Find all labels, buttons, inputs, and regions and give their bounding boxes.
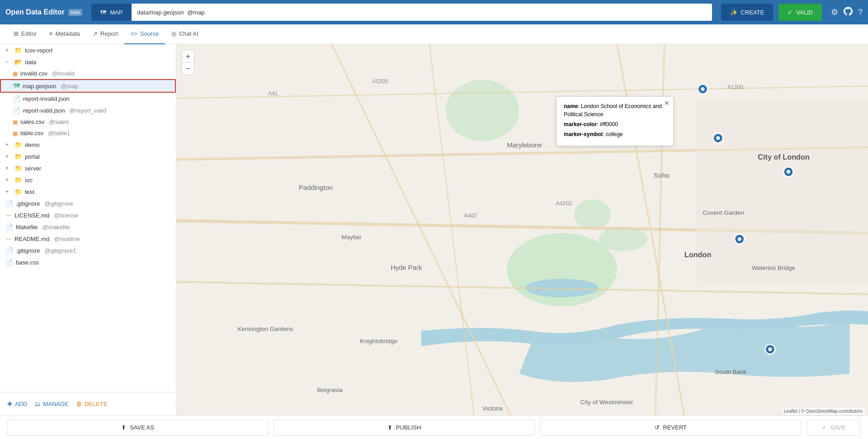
tab-source[interactable]: <> Source xyxy=(124,24,165,44)
add-button[interactable]: ✚ ADD xyxy=(7,401,27,407)
popup-color-row: marker-color: #ff0000 xyxy=(564,120,666,128)
sidebar-item-test[interactable]: + 📁 test xyxy=(0,186,176,198)
save-button[interactable]: ✓ SAVE xyxy=(807,420,861,436)
publish-button[interactable]: ⬆ PUBLISH xyxy=(274,420,534,436)
create-label: CREATE xyxy=(741,9,764,16)
tab-editor[interactable]: ⊞ Editor xyxy=(7,24,43,44)
svg-text:Marylebone: Marylebone xyxy=(507,142,542,149)
sidebar-item-invalid-csv[interactable]: ▦ invalid.csv @invalid xyxy=(0,68,176,79)
svg-text:Hyde Park: Hyde Park xyxy=(391,264,422,271)
item-alias: @sales xyxy=(49,118,69,125)
publish-label: PUBLISH xyxy=(396,424,421,431)
sidebar-item-demo[interactable]: + 📁 demo xyxy=(0,139,176,151)
sidebar-item-base-css[interactable]: 📄 base.css xyxy=(0,256,176,268)
map-tab-button[interactable]: 🗺 MAP xyxy=(91,4,132,21)
tab-metadata[interactable]: ≡ Metadata xyxy=(43,24,86,44)
sidebar-item-server[interactable]: + 📁 server xyxy=(0,162,176,174)
map-popup: ✕ name: London School of Economics and P… xyxy=(556,96,674,146)
source-label: Source xyxy=(140,30,159,37)
folder-icon: 📁 xyxy=(14,176,22,184)
svg-point-45 xyxy=(716,136,720,140)
logo: Open Data Editor beta xyxy=(5,8,82,16)
expand-icon[interactable]: + xyxy=(5,47,12,53)
sidebar-item-table-csv[interactable]: ▦ table.csv @table1 xyxy=(0,127,176,139)
item-alias: @map xyxy=(61,83,78,90)
table-icon: ▦ xyxy=(13,119,18,125)
expand-icon[interactable]: + xyxy=(5,189,12,195)
editor-label: Editor xyxy=(21,30,37,37)
sidebar-item-readme[interactable]: ↔ README.md @readme xyxy=(0,233,176,245)
delete-icon: 🗑 xyxy=(76,401,82,407)
tab-chatai[interactable]: ◎ Chat AI xyxy=(165,24,205,44)
svg-text:Victoria: Victoria xyxy=(482,405,503,412)
svg-text:City of Westminster: City of Westminster xyxy=(580,399,633,406)
item-name: lcov-report xyxy=(25,47,52,54)
valid-label: VALID xyxy=(796,9,813,16)
expand-icon[interactable]: + xyxy=(5,153,12,160)
item-name: README.md xyxy=(14,236,49,242)
popup-name-row: name: London School of Economics and Pol… xyxy=(564,102,666,118)
svg-text:Soho: Soho xyxy=(654,172,670,179)
table-icon: ▦ xyxy=(13,130,18,137)
create-button[interactable]: ✨ CREATE xyxy=(721,4,774,21)
item-alias: @gitignore xyxy=(44,200,73,207)
sidebar-item-lcov-report[interactable]: + 📁 lcov-report xyxy=(0,44,176,56)
revert-label: REVERT xyxy=(663,424,687,431)
revert-button[interactable]: ↺ REVERT xyxy=(540,420,801,436)
folder-icon: 📁 xyxy=(14,188,22,195)
sidebar-item-makefile[interactable]: 📄 Makefile @makefile xyxy=(0,221,176,233)
expand-icon[interactable]: − xyxy=(5,59,12,65)
item-name: map.geojson xyxy=(23,83,56,90)
item-name: .gitignore xyxy=(16,200,40,207)
sidebar-item-data[interactable]: − 📂 data xyxy=(0,56,176,68)
chatai-label: Chat AI xyxy=(179,30,198,37)
valid-button[interactable]: ✓ VALID xyxy=(778,4,822,21)
content-area: + 📁 lcov-report − 📂 data ▦ invalid.csv @… xyxy=(0,44,868,415)
metadata-icon: ≡ xyxy=(49,30,53,37)
sidebar-item-map-geojson[interactable]: 🗺 map.geojson @map xyxy=(0,79,176,93)
svg-text:Belgravia: Belgravia xyxy=(317,387,343,393)
item-name: portal xyxy=(25,153,40,160)
sidebar-item-portal[interactable]: + 📁 portal xyxy=(0,151,176,162)
manage-button[interactable]: 🗂 MANAGE xyxy=(34,401,68,407)
popup-close-button[interactable]: ✕ xyxy=(664,99,670,107)
svg-point-43 xyxy=(768,347,772,351)
github-icon[interactable] xyxy=(844,7,853,18)
save-as-button[interactable]: ⬆ SAVE AS xyxy=(7,420,268,436)
item-name: test xyxy=(25,189,34,195)
expand-icon[interactable]: + xyxy=(5,165,12,171)
item-name: .gitignore xyxy=(16,247,40,254)
sidebar-item-src[interactable]: + 📁 src xyxy=(0,174,176,186)
sidebar-item-report-invalid[interactable]: 📄 report-invalid.json xyxy=(0,93,176,104)
zoom-in-button[interactable]: + xyxy=(182,50,194,62)
sidebar-item-report-valid[interactable]: 📄 report-valid.json @report_valid xyxy=(0,104,176,116)
file-green-icon: 📄 xyxy=(13,107,20,114)
path-input[interactable] xyxy=(132,4,712,21)
source-icon: <> xyxy=(131,30,137,37)
rst-icon: ↔ xyxy=(5,212,12,219)
svg-point-39 xyxy=(787,170,790,174)
map-icon: 🗺 xyxy=(100,9,106,16)
folder-icon: 📁 xyxy=(14,141,22,148)
tab-report[interactable]: ↗ Report xyxy=(86,24,124,44)
expand-icon[interactable]: + xyxy=(5,142,12,148)
sidebar-item-gitignore[interactable]: 📄 .gitignore @gitignore xyxy=(0,198,176,209)
sidebar-item-sales-csv[interactable]: ▦ sales.csv @sales xyxy=(0,116,176,127)
item-alias: @makefile xyxy=(42,224,70,231)
sidebar-item-license[interactable]: ↔ LICENSE.md @license xyxy=(0,209,176,221)
popup-name-label: name xyxy=(564,103,578,109)
rst-icon: ↔ xyxy=(5,235,12,242)
svg-text:A402: A402 xyxy=(464,212,477,219)
folder-icon: 📁 xyxy=(14,165,22,172)
svg-rect-10 xyxy=(697,98,868,282)
sidebar-item-gitignore1[interactable]: 📄 .gitignore @gitignore1 xyxy=(0,245,176,256)
settings-icon[interactable]: ⚙ xyxy=(831,7,838,17)
delete-button[interactable]: 🗑 DELETE xyxy=(76,401,108,407)
folder-icon: 📁 xyxy=(14,47,22,54)
zoom-out-button[interactable]: − xyxy=(182,62,194,75)
header-icons: ⚙ ? xyxy=(831,7,863,18)
report-icon: ↗ xyxy=(93,30,98,37)
help-icon[interactable]: ? xyxy=(858,8,863,17)
expand-icon[interactable]: + xyxy=(5,177,12,183)
svg-text:A41: A41 xyxy=(268,90,278,97)
